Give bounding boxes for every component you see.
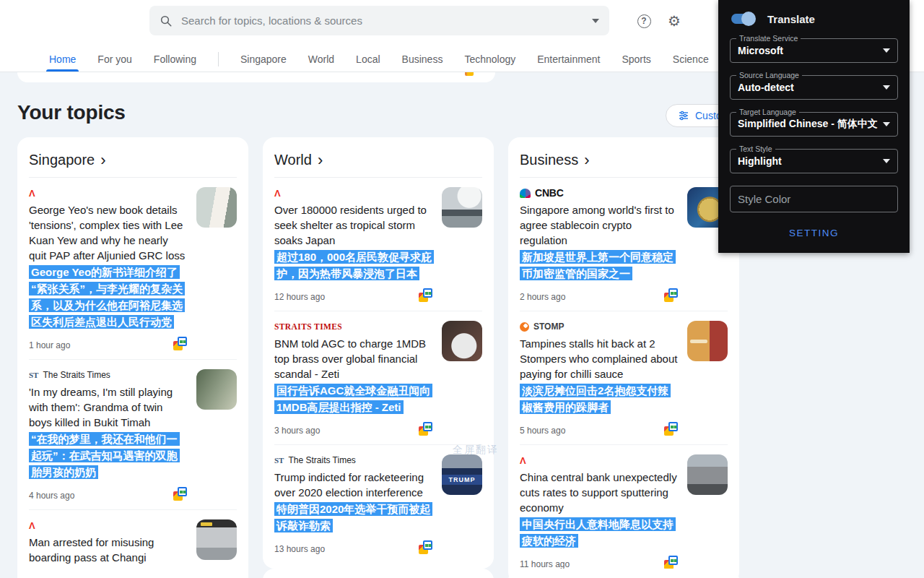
- translate-page-icon[interactable]: [664, 555, 679, 569]
- tab-home[interactable]: Home: [49, 47, 76, 72]
- field-value: Auto-detect: [738, 82, 879, 93]
- article-thumbnail[interactable]: [196, 369, 237, 410]
- source-row[interactable]: The Straits Times: [274, 454, 433, 466]
- article-headline[interactable]: 'In my dreams, I'm still playing with th…: [29, 384, 188, 430]
- search-dropdown-caret-icon[interactable]: [592, 19, 599, 23]
- tab-for-you[interactable]: For you: [97, 47, 131, 72]
- article-headline[interactable]: Over 180000 residents urged to seek shel…: [274, 202, 433, 248]
- field-label: Source Language: [736, 71, 802, 79]
- article-time: 5 hours ago: [520, 426, 565, 436]
- field-value: Simplified Chinese - 简体中文: [738, 118, 879, 131]
- source-name: The Straits Times: [43, 370, 110, 380]
- column-title-business[interactable]: Business: [520, 149, 728, 170]
- translated-text: 淡滨尼摊位回击2名抱怨支付辣椒酱费用的跺脚者: [520, 384, 671, 414]
- column-title-text: Business: [520, 152, 578, 168]
- translate-page-icon[interactable]: [173, 336, 188, 350]
- translate-page-icon[interactable]: [419, 288, 433, 302]
- tab-following[interactable]: Following: [154, 47, 196, 72]
- source-row[interactable]: [274, 187, 433, 199]
- topic-card-singapore: Singapore George Yeo's new book details …: [17, 137, 248, 578]
- article-headline[interactable]: China central bank unexpectedly cuts rat…: [520, 470, 679, 515]
- tab-science[interactable]: Science: [673, 47, 709, 72]
- translated-text: 特朗普因2020年选举干预而被起诉敲诈勒索: [274, 502, 432, 532]
- translate-page-icon[interactable]: [419, 540, 433, 554]
- translate-page-icon[interactable]: [664, 288, 679, 302]
- source-name: STOMP: [533, 322, 564, 332]
- article-headline[interactable]: Singapore among world's first to agree s…: [520, 202, 679, 248]
- translate-page-icon[interactable]: [664, 421, 679, 436]
- nav-tabs: Home For you Following Singapore World L…: [49, 47, 759, 72]
- article-thumbnail[interactable]: [196, 519, 237, 560]
- article-thumbnail[interactable]: [442, 321, 482, 361]
- article-time: 11 hours ago: [520, 559, 570, 569]
- column-title-singapore[interactable]: Singapore: [29, 149, 237, 170]
- source-row[interactable]: The Straits Times: [29, 369, 188, 381]
- article-headline[interactable]: Tampines stalls hit back at 2 Stompers w…: [520, 336, 679, 381]
- translate-extension-panel: Translate Translate Service Microsoft So…: [718, 0, 910, 253]
- source-row[interactable]: [29, 519, 188, 531]
- source-name: The Straits Times: [288, 455, 355, 465]
- translated-text: 超过180，000名居民敦促寻求庇护，因为热带风暴浸泡了日本: [274, 250, 434, 280]
- article-thumbnail[interactable]: [442, 187, 482, 228]
- tab-technology[interactable]: Technology: [464, 47, 515, 72]
- target-language-select[interactable]: Target Language Simplified Chinese - 简体中…: [730, 112, 898, 137]
- source-row[interactable]: CNBC: [520, 187, 679, 199]
- source-row[interactable]: [520, 454, 679, 466]
- field-label: Translate Service: [736, 34, 801, 43]
- translate-icon-remnant: [465, 72, 474, 76]
- setting-link[interactable]: SETTING: [730, 228, 898, 238]
- search-input[interactable]: [181, 14, 592, 27]
- tab-local[interactable]: Local: [356, 47, 380, 72]
- tab-world[interactable]: World: [308, 47, 334, 72]
- column-title-text: World: [274, 152, 312, 168]
- article-thumbnail[interactable]: TRUMP: [442, 454, 482, 495]
- translated-text-block: 淡滨尼摊位回击2名抱怨支付辣椒酱费用的跺脚者: [520, 382, 679, 415]
- translated-text-block: “在我的梦里，我还在和他们一起玩”：在武吉知马遇害的双胞胎男孩的奶奶: [29, 431, 188, 480]
- tab-sports[interactable]: Sports: [622, 47, 650, 72]
- article-headline[interactable]: George Yeo's new book details 'tensions'…: [29, 202, 188, 263]
- source-row[interactable]: STOMP: [520, 321, 679, 332]
- article-thumbnail[interactable]: [687, 321, 728, 361]
- article-headline[interactable]: Trump indicted for racketeering over 202…: [274, 470, 433, 500]
- page-title: Your topics: [17, 101, 126, 124]
- article-time: 2 hours ago: [520, 292, 565, 302]
- cna-logo-icon: [274, 188, 281, 199]
- translated-text: “在我的梦里，我还在和他们一起玩”：在武吉知马遇害的双胞胎男孩的奶奶: [29, 432, 180, 479]
- article: Over 180000 residents urged to seek shel…: [274, 178, 482, 311]
- translate-page-icon[interactable]: [173, 486, 188, 501]
- translated-text-block: 新加坡是世界上第一个同意稳定币加密监管的国家之一: [520, 249, 679, 282]
- translate-toggle[interactable]: [730, 12, 756, 26]
- tab-singapore[interactable]: Singapore: [240, 47, 287, 72]
- tune-icon: [678, 110, 689, 121]
- translated-text: 中国央行出人意料地降息以支持疲软的经济: [520, 517, 676, 548]
- help-icon[interactable]: [636, 13, 652, 29]
- dropdown-arrow-icon: [883, 159, 890, 163]
- text-style-select[interactable]: Text Style Highlight: [730, 149, 898, 173]
- source-language-select[interactable]: Source Language Auto-detect: [730, 75, 898, 100]
- translated-text-block: 特朗普因2020年选举干预而被起诉敲诈勒索: [274, 501, 433, 534]
- settings-gear-icon[interactable]: [666, 13, 682, 29]
- search-icon: [160, 14, 173, 27]
- article: STOMP Tampines stalls hit back at 2 Stom…: [520, 311, 728, 445]
- translate-service-select[interactable]: Translate Service Microsoft: [730, 38, 898, 63]
- tab-entertainment[interactable]: Entertainment: [537, 47, 600, 72]
- article-headline[interactable]: BNM told AGC to charge 1MDB top brass ov…: [274, 336, 433, 381]
- chevron-right-icon: [584, 152, 589, 168]
- field-value: Highlight: [738, 155, 879, 167]
- column-title-world[interactable]: World: [274, 149, 482, 170]
- source-row[interactable]: STRAITS TIMES: [274, 321, 433, 332]
- article-thumbnail[interactable]: [196, 187, 237, 228]
- style-color-input[interactable]: [738, 193, 890, 205]
- thumbnail-text: TRUMP: [442, 475, 482, 485]
- topic-card-business: Business CNBC Singapore among world's fi…: [508, 137, 739, 578]
- tab-divider: [218, 52, 219, 66]
- article-time: 4 hours ago: [29, 491, 74, 501]
- tab-business[interactable]: Business: [402, 47, 443, 72]
- source-row[interactable]: [29, 187, 188, 199]
- search-bar[interactable]: [149, 6, 609, 35]
- style-color-field[interactable]: [730, 186, 898, 212]
- translate-page-icon[interactable]: [419, 421, 433, 436]
- dropdown-arrow-icon: [883, 122, 890, 126]
- chevron-right-icon: [100, 152, 105, 168]
- article-thumbnail[interactable]: [687, 454, 728, 495]
